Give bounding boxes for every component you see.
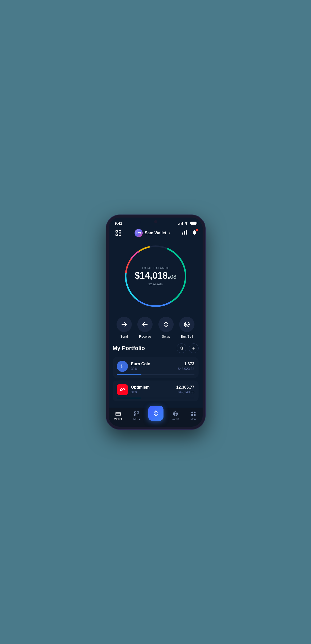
- portfolio-title: My Portfolio: [113, 345, 145, 352]
- balance-main: $14,018.: [135, 270, 170, 280]
- wallet-selector[interactable]: SW Sam Wallet ▾: [135, 229, 170, 237]
- nav-item-more[interactable]: More: [187, 410, 200, 422]
- nav-label-wallet: Wallet: [114, 418, 122, 421]
- nav-label-more: More: [190, 418, 197, 421]
- web3-icon: [173, 411, 178, 417]
- eurocoin-progress-bar: [117, 374, 194, 375]
- svg-rect-35: [194, 411, 195, 413]
- avatar: SW: [135, 229, 143, 237]
- svg-text:$: $: [186, 323, 187, 326]
- optimism-pct: 31%: [131, 390, 150, 394]
- optimism-amount: 12,305.77: [176, 385, 194, 390]
- send-button[interactable]: [117, 317, 132, 332]
- eurocoin-icon: €: [117, 361, 128, 372]
- svg-rect-37: [194, 414, 195, 416]
- eurocoin-progress-fill: [117, 374, 142, 375]
- svg-rect-28: [137, 411, 139, 413]
- header-left: [114, 228, 123, 238]
- optimism-name: Optimism: [131, 385, 150, 390]
- nav-item-nfts[interactable]: NFTs: [130, 410, 143, 422]
- header: SW Sam Wallet ▾: [109, 226, 203, 241]
- optimism-icon: OP: [117, 384, 128, 395]
- nav-label-nfts: NFTs: [133, 418, 140, 421]
- nav-item-web3[interactable]: Web3: [169, 410, 182, 422]
- optimism-progress-fill: [117, 398, 141, 398]
- balance-area: TOTAL BALANCE $14,018.08 12 Assets: [109, 241, 203, 314]
- more-icon: [191, 411, 196, 417]
- svg-rect-34: [191, 411, 193, 413]
- buysell-label: Buy/Sell: [181, 335, 193, 338]
- chevron-down-icon: ▾: [169, 231, 170, 235]
- balance-cents: 08: [170, 273, 176, 280]
- swap-button[interactable]: [158, 317, 174, 332]
- svg-text:€: €: [121, 364, 123, 368]
- svg-rect-6: [184, 231, 185, 235]
- balance-amount: $14,018.08: [135, 271, 176, 280]
- signal-icon: [178, 222, 183, 225]
- svg-rect-1: [119, 230, 121, 232]
- bottom-nav: Wallet NFTs: [109, 408, 203, 427]
- buysell-button[interactable]: $: [179, 317, 194, 332]
- svg-rect-2: [116, 234, 118, 236]
- balance-assets: 12 Assets: [135, 282, 176, 286]
- notification-badge: [196, 229, 198, 231]
- nav-item-wallet[interactable]: Wallet: [111, 410, 125, 422]
- portfolio-section: My Portfolio: [109, 343, 203, 408]
- swap-label: Swap: [162, 335, 170, 338]
- svg-rect-29: [135, 414, 136, 416]
- eurocoin-name: Euro Coin: [131, 362, 150, 366]
- wallet-name: Sam Wallet: [145, 231, 166, 235]
- notification-bell[interactable]: [192, 230, 197, 236]
- asset-card-eurocoin[interactable]: € Euro Coin 32% 1.673 $43,023.34: [113, 357, 199, 378]
- portfolio-header: My Portfolio: [113, 343, 199, 353]
- optimism-value: $42,149.56: [176, 390, 194, 394]
- notch-camera: [154, 220, 157, 223]
- nav-label-web3: Web3: [172, 418, 179, 421]
- svg-rect-7: [186, 230, 187, 235]
- portfolio-add-button[interactable]: [189, 343, 199, 353]
- receive-label: Receive: [139, 335, 151, 338]
- eurocoin-value: $43,023.34: [178, 367, 194, 371]
- eurocoin-pct: 32%: [131, 367, 150, 371]
- receive-button[interactable]: [137, 317, 153, 332]
- battery-icon: [190, 222, 197, 225]
- asset-card-optimism[interactable]: OP Optimism 31% 12,305.77 $42,149.56: [113, 381, 199, 401]
- balance-info: TOTAL BALANCE $14,018.08 12 Assets: [135, 266, 176, 286]
- status-icons: [178, 222, 197, 225]
- header-right: [182, 230, 197, 236]
- balance-circle: TOTAL BALANCE $14,018.08 12 Assets: [123, 243, 189, 309]
- svg-rect-5: [182, 233, 183, 235]
- status-time: 9:41: [115, 221, 122, 225]
- receive-action[interactable]: Receive: [137, 317, 153, 338]
- asset-list: € Euro Coin 32% 1.673 $43,023.34: [113, 357, 199, 408]
- wallet-icon: [115, 411, 121, 417]
- send-label: Send: [120, 335, 128, 338]
- eurocoin-amount: 1.673: [178, 362, 194, 366]
- svg-line-22: [182, 349, 183, 350]
- svg-rect-0: [116, 230, 118, 232]
- portfolio-search-button[interactable]: [177, 343, 186, 353]
- balance-label: TOTAL BALANCE: [135, 266, 176, 269]
- chart-icon[interactable]: [182, 230, 188, 236]
- wifi-icon: [184, 222, 188, 225]
- nfts-icon: [134, 411, 139, 417]
- swap-center-icon: [153, 410, 159, 417]
- phone-frame: 9:41: [106, 215, 205, 429]
- swap-action[interactable]: Swap: [158, 317, 174, 338]
- buysell-action[interactable]: $ Buy/Sell: [179, 317, 194, 338]
- portfolio-actions: [177, 343, 199, 353]
- svg-rect-26: [116, 412, 120, 416]
- scan-icon[interactable]: [114, 228, 123, 238]
- screen: 9:41: [109, 218, 203, 427]
- send-action[interactable]: Send: [117, 317, 132, 338]
- optimism-progress-bar: [117, 398, 194, 398]
- svg-rect-36: [191, 414, 193, 416]
- nav-center-button[interactable]: [148, 406, 163, 421]
- svg-rect-3: [119, 234, 121, 236]
- action-buttons: Send Receive: [109, 314, 203, 343]
- svg-rect-27: [135, 411, 136, 413]
